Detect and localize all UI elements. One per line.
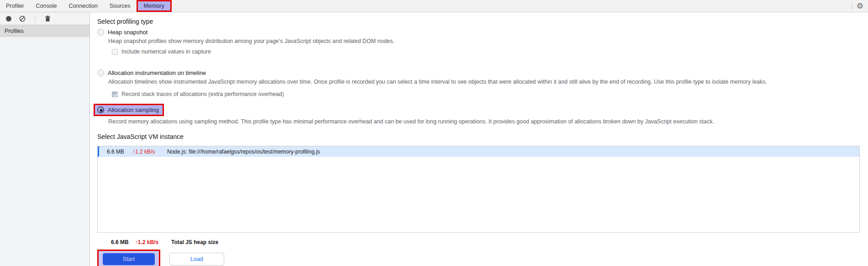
clear-all-button[interactable] bbox=[16, 14, 28, 24]
allocation-timeline-description: Allocation timelines show instrumented J… bbox=[108, 79, 860, 85]
separator bbox=[852, 2, 852, 10]
checkbox-icon bbox=[112, 91, 118, 97]
tab-console[interactable]: Console bbox=[30, 0, 63, 12]
radio-label: Heap snapshot bbox=[108, 29, 147, 36]
radio-icon bbox=[97, 106, 104, 113]
checkbox-icon bbox=[112, 49, 118, 55]
panel-body: Profiles Select profiling type Heap snap… bbox=[0, 12, 868, 266]
memory-panel: Select profiling type Heap snapshot Heap… bbox=[90, 12, 868, 266]
total-heap-delta: ↑1.2 kB/s bbox=[135, 239, 158, 245]
record-icon bbox=[6, 16, 11, 21]
tab-bar: Profiler Console Connection Sources Memo… bbox=[0, 0, 868, 12]
start-button-annotation: Start bbox=[97, 250, 160, 266]
radio-heap-snapshot[interactable]: Heap snapshot bbox=[97, 29, 860, 36]
settings-gear-icon[interactable]: ⚙ bbox=[857, 2, 863, 10]
load-button[interactable]: Load bbox=[169, 253, 224, 266]
separator bbox=[35, 15, 35, 22]
tabbar-right: ⚙ bbox=[847, 0, 868, 12]
checkbox-include-numerical-values[interactable]: Include numerical values in capture bbox=[112, 48, 860, 55]
action-buttons: Start Load bbox=[97, 250, 860, 266]
delete-profile-button[interactable] bbox=[42, 14, 53, 24]
radio-icon bbox=[97, 29, 104, 36]
heap-snapshot-description: Heap snapshot profiles show memory distr… bbox=[108, 38, 860, 44]
start-button[interactable]: Start bbox=[103, 253, 155, 265]
vm-instance-row[interactable]: 6.6 MB ↑1.2 kB/s Node.js: file:///home/r… bbox=[98, 146, 859, 157]
radio-label: Allocation instrumentation on timeline bbox=[108, 69, 206, 76]
sidebar: Profiles bbox=[0, 12, 90, 266]
tab-connection[interactable]: Connection bbox=[63, 0, 103, 12]
allocation-sampling-description: Record memory allocations using sampling… bbox=[108, 118, 860, 125]
vm-instance-heading: Select JavaScript VM instance bbox=[97, 133, 860, 140]
radio-label: Allocation sampling bbox=[108, 106, 159, 113]
vm-heap-size: 6.6 MB bbox=[107, 149, 127, 155]
vm-instance-name: Node.js: file:///home/rafaelgss/repos/os… bbox=[167, 149, 320, 155]
radio-icon bbox=[97, 69, 104, 76]
total-heap-row: 6.6 MB ↑1.2 kB/s Total JS heap size bbox=[97, 239, 860, 245]
radio-allocation-timeline[interactable]: Allocation instrumentation on timeline bbox=[97, 69, 860, 76]
vm-instance-list: 6.6 MB ↑1.2 kB/s Node.js: file:///home/r… bbox=[97, 146, 860, 233]
sidebar-profiles-header[interactable]: Profiles bbox=[0, 25, 89, 37]
delete-profile-icon bbox=[45, 16, 51, 22]
tab-profiler[interactable]: Profiler bbox=[0, 0, 30, 12]
record-button[interactable] bbox=[3, 14, 15, 24]
total-heap-label: Total JS heap size bbox=[171, 239, 218, 245]
devtools-window: Profiler Console Connection Sources Memo… bbox=[0, 0, 868, 266]
total-heap-size: 6.6 MB bbox=[111, 239, 129, 245]
profiling-type-heading: Select profiling type bbox=[97, 18, 860, 25]
clear-all-icon bbox=[19, 16, 26, 22]
checkbox-label: Include numerical values in capture bbox=[121, 48, 211, 55]
checkbox-label: Record stack traces of allocations (extr… bbox=[121, 91, 284, 97]
vm-heap-delta: ↑1.2 kB/s bbox=[132, 149, 159, 155]
allocation-sampling-annotation: Allocation sampling bbox=[94, 104, 164, 116]
checkbox-record-stack-traces[interactable]: Record stack traces of allocations (extr… bbox=[112, 91, 860, 97]
tab-memory[interactable]: Memory bbox=[137, 0, 172, 12]
profiler-toolbar bbox=[0, 12, 89, 25]
radio-allocation-sampling[interactable]: Allocation sampling bbox=[97, 104, 860, 116]
tab-sources[interactable]: Sources bbox=[104, 0, 137, 12]
